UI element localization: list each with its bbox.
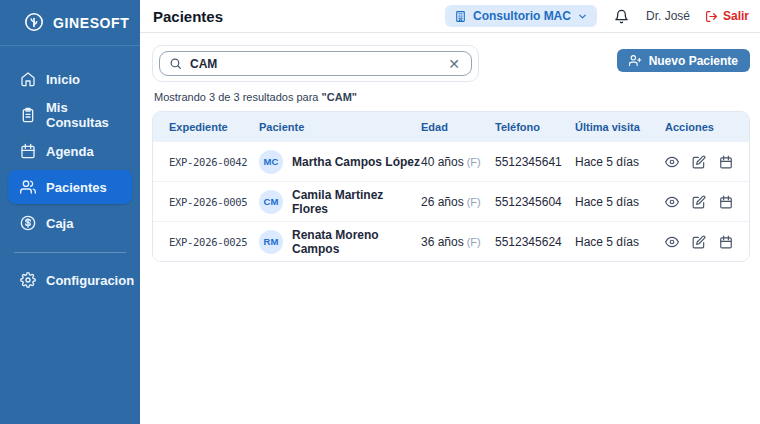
sidebar-item-label: Caja: [46, 216, 73, 231]
calendar-icon: [719, 195, 733, 209]
sidebar-nav: Inicio Mis Consultas Agenda Pacientes Ca: [0, 46, 140, 299]
phone-cell: 5512345624: [495, 235, 575, 249]
sidebar-item-caja[interactable]: Caja: [0, 206, 140, 240]
logout-icon: [705, 10, 718, 23]
view-patient-button[interactable]: [665, 155, 679, 169]
sidebar-item-agenda[interactable]: Agenda: [0, 134, 140, 168]
age-cell: 26 años(F): [421, 195, 495, 209]
edit-icon: [692, 195, 706, 209]
patient-cell: RM Renata Moreno Campos: [259, 228, 421, 256]
toolbar-row: ✕ Nuevo Paciente: [152, 45, 750, 82]
ginesoft-logo-icon: [22, 11, 46, 35]
phone-cell: 5512345604: [495, 195, 575, 209]
phone-cell: 5512345641: [495, 155, 575, 169]
new-patient-button[interactable]: Nuevo Paciente: [617, 49, 750, 72]
building-icon: [454, 10, 467, 23]
chevron-down-icon: [577, 11, 588, 22]
page-title: Pacientes: [153, 8, 223, 25]
bell-icon: [614, 9, 629, 24]
search-input[interactable]: [190, 57, 438, 71]
coin-icon: [20, 215, 36, 231]
expediente-cell: EXP-2026-0005: [169, 196, 259, 208]
table-header-row: Expediente Paciente Edad Teléfono Última…: [153, 112, 749, 141]
eye-icon: [665, 155, 679, 169]
sidebar-item-label: Pacientes: [46, 180, 107, 195]
last-visit-cell: Hace 5 días: [575, 235, 661, 249]
users-icon: [20, 179, 36, 195]
calendar-icon: [719, 155, 733, 169]
sidebar-item-label: Mis Consultas: [46, 100, 130, 130]
eye-icon: [665, 235, 679, 249]
last-visit-cell: Hace 5 días: [575, 155, 661, 169]
age-cell: 40 años(F): [421, 155, 495, 169]
content: ✕ Nuevo Paciente Mostrando 3 de 3 result…: [140, 33, 760, 262]
view-patient-button[interactable]: [665, 235, 679, 249]
table-row: EXP-2026-0025 RM Renata Moreno Campos 36…: [153, 221, 749, 261]
clinic-selector[interactable]: Consultorio MAC: [445, 5, 597, 27]
edit-patient-button[interactable]: [692, 195, 706, 209]
schedule-appointment-button[interactable]: [719, 195, 733, 209]
schedule-appointment-button[interactable]: [719, 155, 733, 169]
user-name: Dr. José: [646, 9, 690, 23]
topbar: Pacientes Consultorio MAC Dr. José Salir: [140, 0, 760, 33]
sidebar-item-inicio[interactable]: Inicio: [0, 62, 140, 96]
table-row: EXP-2026-0005 CM Camila Martinez Flores …: [153, 181, 749, 221]
last-visit-cell: Hace 5 días: [575, 195, 661, 209]
sidebar-item-configuracion[interactable]: Configuracion: [0, 263, 140, 297]
view-patient-button[interactable]: [665, 195, 679, 209]
clear-search-button[interactable]: ✕: [446, 57, 462, 71]
sidebar-item-label: Inicio: [46, 72, 80, 87]
results-query: "CAM": [322, 91, 357, 103]
sidebar-divider: [14, 252, 126, 253]
patient-cell: MC Martha Campos López: [259, 150, 421, 174]
edit-icon: [692, 155, 706, 169]
column-header-ultima-visita: Última visita: [575, 121, 661, 133]
sidebar-item-label: Agenda: [46, 144, 94, 159]
search-box: ✕: [159, 51, 472, 76]
actions-cell: [661, 235, 733, 249]
new-patient-label: Nuevo Paciente: [649, 54, 738, 68]
column-header-expediente: Expediente: [169, 121, 259, 133]
avatar: CM: [259, 190, 283, 214]
expediente-cell: EXP-2026-0025: [169, 236, 259, 248]
patient-name: Renata Moreno Campos: [292, 228, 421, 256]
main-area: Pacientes Consultorio MAC Dr. José Salir: [140, 0, 760, 424]
clinic-selector-label: Consultorio MAC: [473, 9, 571, 23]
brand-name: GINESOFT: [53, 15, 129, 31]
actions-cell: [661, 195, 733, 209]
clipboard-icon: [20, 107, 36, 123]
sidebar: GINESOFT Inicio Mis Consultas Agenda Pa: [0, 0, 140, 424]
notifications-button[interactable]: [612, 7, 631, 26]
schedule-appointment-button[interactable]: [719, 235, 733, 249]
patient-cell: CM Camila Martinez Flores: [259, 188, 421, 216]
sidebar-item-mis-consultas[interactable]: Mis Consultas: [0, 98, 140, 132]
sidebar-item-pacientes[interactable]: Pacientes: [8, 170, 132, 204]
avatar: MC: [259, 150, 283, 174]
search-icon: [169, 57, 182, 70]
table-body: EXP-2026-0042 MC Martha Campos López 40 …: [153, 141, 749, 261]
patient-name: Martha Campos López: [292, 155, 420, 169]
age-cell: 36 años(F): [421, 235, 495, 249]
patient-name: Camila Martinez Flores: [292, 188, 421, 216]
search-card: ✕: [152, 45, 479, 82]
logout-label: Salir: [723, 9, 749, 23]
brand: GINESOFT: [0, 0, 140, 46]
edit-patient-button[interactable]: [692, 235, 706, 249]
table-row: EXP-2026-0042 MC Martha Campos López 40 …: [153, 141, 749, 181]
column-header-telefono: Teléfono: [495, 121, 575, 133]
column-header-acciones: Acciones: [661, 121, 733, 133]
home-icon: [20, 71, 36, 87]
edit-icon: [692, 235, 706, 249]
results-prefix: Mostrando 3 de 3 resultados para: [154, 91, 319, 103]
topbar-right: Consultorio MAC Dr. José Salir: [445, 5, 749, 27]
person-plus-icon: [629, 54, 642, 67]
logout-button[interactable]: Salir: [705, 9, 749, 23]
avatar: RM: [259, 230, 283, 254]
results-count: Mostrando 3 de 3 resultados para "CAM": [154, 91, 750, 103]
calendar-icon: [719, 235, 733, 249]
gear-icon: [20, 272, 36, 288]
patients-table: Expediente Paciente Edad Teléfono Última…: [152, 111, 750, 262]
actions-cell: [661, 155, 733, 169]
edit-patient-button[interactable]: [692, 155, 706, 169]
calendar-icon: [20, 143, 36, 159]
